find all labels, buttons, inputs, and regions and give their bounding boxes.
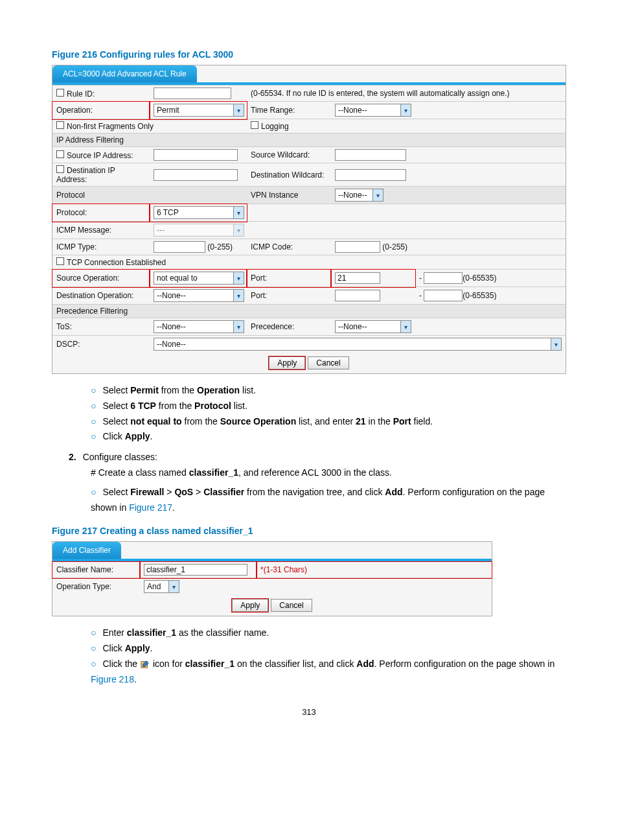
vpn-label: VPN Instance <box>247 187 331 204</box>
section-protocol: Protocol <box>52 187 247 204</box>
text: from the <box>182 416 220 426</box>
text: list. <box>240 385 256 395</box>
protocol-label: Protocol: <box>52 204 150 222</box>
text: QoS <box>174 487 193 497</box>
rule-id-checkbox[interactable] <box>56 89 64 97</box>
icmp-code-input[interactable] <box>335 241 380 253</box>
text: Select <box>102 385 130 395</box>
acl-panel-tab: ACL=3000 Add Advanced ACL Rule <box>52 65 197 82</box>
operation-type-select[interactable]: And ▾ <box>144 580 179 593</box>
dst-wc-input[interactable] <box>335 169 406 181</box>
icmp-type-input[interactable] <box>154 241 205 253</box>
icmp-type-label: ICMP Type: <box>52 239 150 255</box>
text: > <box>193 487 203 497</box>
src-wc-label: Source Wildcard: <box>247 147 331 163</box>
text: Select <box>102 401 130 411</box>
chevron-down-icon: ▾ <box>233 207 244 218</box>
text: Apply <box>125 431 150 441</box>
icmp-type-hint: (0-255) <box>207 242 233 251</box>
text: > <box>164 487 174 497</box>
dst-op-select[interactable]: --None-- ▾ <box>154 289 244 302</box>
src-ip-checkbox[interactable] <box>56 150 64 158</box>
classifier-name-input[interactable] <box>144 564 247 576</box>
dst-port-input2[interactable] <box>424 290 463 301</box>
protocol-select[interactable]: 6 TCP ▾ <box>154 206 244 219</box>
figure-217-link[interactable]: Figure 217 <box>129 502 172 513</box>
src-port-input2[interactable] <box>424 272 463 284</box>
src-ip-label: Source IP Address: <box>67 151 133 160</box>
add-classifier-panel: Add Classifier Classifier Name: *(1-31 C… <box>52 541 492 616</box>
text: Firewall <box>130 487 164 497</box>
figure-217-title: Figure 217 Creating a class named classi… <box>52 526 566 536</box>
operation-type-label: Operation Type: <box>52 578 140 596</box>
operation-select[interactable]: Permit ▾ <box>154 104 244 117</box>
edit-icon <box>140 660 150 669</box>
dst-ip-label: Destination IP Address: <box>56 166 115 184</box>
text: Port <box>393 416 411 426</box>
text: classifier_1 <box>127 627 176 638</box>
cancel-button[interactable]: Cancel <box>308 356 349 369</box>
text: list, and enter <box>296 416 356 426</box>
classifier-name-label: Classifier Name: <box>52 562 140 578</box>
text: . <box>172 502 175 513</box>
text: not equal to <box>130 416 181 426</box>
dst-port-input[interactable] <box>335 290 380 301</box>
text: Click <box>102 431 124 441</box>
bullet-icon: ○ <box>91 401 96 411</box>
logging-checkbox[interactable] <box>251 121 258 129</box>
src-ip-input[interactable] <box>154 149 238 161</box>
tos-label: ToS: <box>52 318 150 336</box>
text: Click the <box>102 659 140 669</box>
dscp-select[interactable]: --None-- ▾ <box>154 338 562 351</box>
step-2-text: Configure classes: <box>83 452 157 462</box>
src-wc-input[interactable] <box>335 149 406 161</box>
icmp-msg-label: ICMP Message: <box>52 222 150 239</box>
dst-ip-input[interactable] <box>154 169 238 181</box>
chevron-down-icon: ▾ <box>233 321 244 332</box>
text: Operation <box>197 385 240 395</box>
src-op-value: not equal to <box>157 274 198 283</box>
section-precedence: Precedence Filtering <box>52 305 566 318</box>
chevron-down-icon: ▾ <box>233 290 244 301</box>
precedence-select[interactable]: --None-- ▾ <box>335 320 411 333</box>
tcp-est-checkbox[interactable] <box>56 257 64 265</box>
text: Classifier <box>203 487 244 497</box>
text: from the navigation tree, and click <box>244 487 385 497</box>
bullet-icon: ○ <box>91 643 96 653</box>
classifier-name-hint: *(1-31 Chars) <box>257 562 492 578</box>
rule-id-input[interactable] <box>154 88 231 99</box>
src-port-input[interactable] <box>335 272 380 284</box>
text: on the classifier list, and click <box>235 659 356 669</box>
text: Select <box>102 487 130 497</box>
acl-rule-panel: ACL=3000 Add Advanced ACL Rule Rule ID: … <box>52 65 566 374</box>
text: classifier_1 <box>185 659 235 669</box>
text: field. <box>411 416 433 426</box>
logging-label: Logging <box>261 122 289 131</box>
vpn-select[interactable]: --None-- ▾ <box>335 189 383 202</box>
nonfirst-label: Non-first Fragments Only <box>67 122 154 131</box>
text: Select <box>102 416 130 426</box>
rule-id-hint: (0-65534. If no rule ID is entered, the … <box>247 86 566 102</box>
dst-ip-checkbox[interactable] <box>56 165 64 173</box>
text: Source Operation <box>220 416 296 426</box>
text: Permit <box>130 385 159 395</box>
dst-port-label: Port: <box>247 287 331 305</box>
nonfirst-checkbox[interactable] <box>56 121 64 129</box>
text: as the classifier name. <box>176 627 269 638</box>
chevron-down-icon: ▾ <box>400 321 411 332</box>
src-op-select[interactable]: not equal to ▾ <box>154 272 244 285</box>
src-port-hint: (0-65535) <box>463 274 496 283</box>
tos-select[interactable]: --None-- ▾ <box>154 320 244 333</box>
tos-value: --None-- <box>157 322 186 331</box>
chevron-down-icon: ▾ <box>372 189 383 201</box>
src-op-label: Source Operation: <box>52 270 150 287</box>
time-range-select[interactable]: --None-- ▾ <box>335 104 411 117</box>
figure-218-link[interactable]: Figure 218 <box>91 674 134 684</box>
cancel-button[interactable]: Cancel <box>271 599 312 612</box>
time-range-value: --None-- <box>338 106 367 115</box>
apply-button[interactable]: Apply <box>232 599 268 612</box>
bullet-icon: ○ <box>91 431 96 441</box>
icmp-code-label: ICMP Code: <box>247 239 331 255</box>
apply-button[interactable]: Apply <box>269 356 305 369</box>
figure-216-title: Figure 216 Configuring rules for ACL 300… <box>52 49 566 60</box>
